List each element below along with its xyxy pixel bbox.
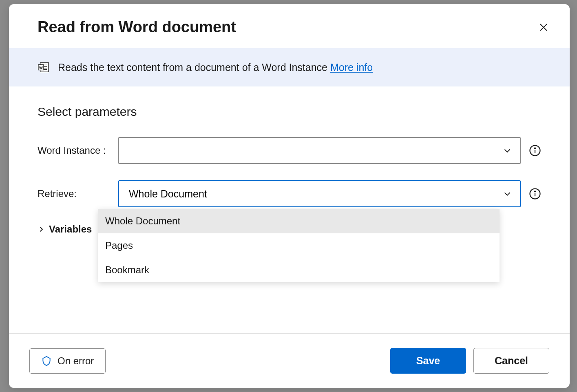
word-instance-label: Word Instance : [38, 145, 118, 156]
info-icon[interactable] [529, 188, 541, 200]
save-button[interactable]: Save [390, 348, 466, 374]
dropdown-item-whole-document[interactable]: Whole Document [98, 209, 500, 233]
svg-point-14 [535, 191, 535, 192]
dialog-body: Select parameters Word Instance : [9, 86, 570, 333]
word-document-icon: W [38, 61, 50, 73]
retrieve-value: Whole Document [129, 188, 207, 200]
dialog: Read from Word document W Reads the text… [9, 4, 570, 388]
dialog-footer: On error Save Cancel [9, 333, 570, 388]
chevron-down-icon [503, 146, 512, 155]
description-bar: W Reads the text content from a document… [9, 48, 570, 86]
retrieve-select[interactable]: Whole Document Whole Document Pages Book… [118, 180, 521, 207]
footer-buttons: Save Cancel [390, 348, 549, 374]
close-icon [539, 22, 548, 32]
info-icon[interactable] [529, 144, 541, 157]
on-error-button[interactable]: On error [29, 348, 106, 374]
dialog-title: Read from Word document [38, 18, 236, 36]
svg-text:W: W [39, 66, 43, 70]
close-button[interactable] [538, 22, 549, 33]
shield-icon [41, 356, 52, 366]
retrieve-label: Retrieve: [38, 188, 118, 199]
chevron-down-icon [503, 189, 512, 198]
chevron-right-icon [38, 226, 45, 233]
on-error-label: On error [57, 355, 94, 367]
variables-label: Variables [49, 224, 92, 235]
retrieve-dropdown-menu: Whole Document Pages Bookmark [98, 209, 500, 282]
description-content: Reads the text content from a document o… [58, 62, 330, 73]
more-info-link[interactable]: More info [330, 62, 373, 73]
svg-point-11 [535, 148, 535, 148]
dropdown-item-bookmark[interactable]: Bookmark [98, 258, 500, 282]
description-text: Reads the text content from a document o… [58, 62, 373, 73]
section-title: Select parameters [38, 105, 541, 119]
word-instance-row: Word Instance : [38, 137, 541, 164]
dropdown-item-pages[interactable]: Pages [98, 233, 500, 258]
word-instance-control-wrap [118, 137, 541, 164]
retrieve-control-wrap: Whole Document Whole Document Pages Book… [118, 180, 541, 207]
dialog-header: Read from Word document [9, 4, 570, 48]
cancel-button[interactable]: Cancel [473, 348, 549, 374]
retrieve-row: Retrieve: Whole Document Whole Document … [38, 180, 541, 207]
word-instance-select[interactable] [118, 137, 521, 164]
